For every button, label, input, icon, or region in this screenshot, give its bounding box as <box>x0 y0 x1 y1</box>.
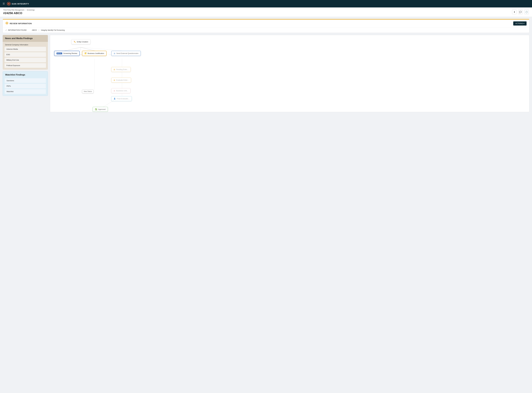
pending-ext-label: Pending Exter... <box>116 69 129 70</box>
initial-badge: INITIAL <box>56 53 62 54</box>
watchlist-label: Watchlist <box>6 90 13 93</box>
breadcrumb-part2[interactable]: Screenings <box>27 9 35 11</box>
left-panels: News and Media Findings General Company … <box>3 35 48 112</box>
watchlist-item-watchlist[interactable]: Watchlist <box>5 89 46 94</box>
info-screening-type: Integrity Identify Full Screening <box>41 29 65 31</box>
node-send-external-questionnaire[interactable]: ▦ Send External Questionnaire <box>111 51 141 56</box>
approved-label: Approved <box>98 108 106 110</box>
review-card-header: REVIEW INFORMATION ACTIONS ▾ <box>3 20 529 28</box>
grid4-icon: ▦ <box>114 90 115 92</box>
node-final-evaluation[interactable]: 👤 Final Evaluatio... <box>111 96 132 101</box>
node-evaluate-external[interactable]: ▦ Evaluate Exter... <box>111 78 131 83</box>
review-icon <box>5 22 8 25</box>
final-eval-label: Final Evaluatio... <box>117 98 129 100</box>
svg-line-7 <box>65 47 81 51</box>
entity-creation-label: Entity Creation <box>77 41 88 43</box>
news-panel-header: News and Media Findings <box>3 35 48 42</box>
info-found-label: INFORMATION FOUND <box>8 29 27 31</box>
header-left: Third Party Risk Management / Screenings… <box>3 9 35 15</box>
news-items-list: Adverse Media ESG Military End Use Polit… <box>3 47 48 70</box>
screening-review-label: Screening Review <box>63 52 77 54</box>
svg-point-4 <box>6 23 7 24</box>
watchlist-item-peps[interactable]: PEPs <box>5 84 46 88</box>
briefcase-icon: 🗂️ <box>85 52 87 54</box>
svg-line-8 <box>81 47 95 51</box>
pencil-icon: ✏️ <box>74 41 76 43</box>
new-status-label: New Status <box>84 90 92 92</box>
flow-diagram-area: ✏️ Entity Creation INITIAL Screening Rev… <box>50 35 529 112</box>
review-card-label: REVIEW INFORMATION <box>10 22 32 25</box>
logo-text: GAN INTEGRITY <box>12 3 29 5</box>
node-approved[interactable]: ✅ Approved <box>93 107 108 112</box>
history-icon: 🕐 <box>525 11 528 13</box>
news-media-panel: News and Media Findings General Company … <box>3 35 48 70</box>
pipe-separator: | <box>39 29 39 31</box>
save-icon: ⬇ <box>513 11 515 13</box>
check-circle-icon: ✅ <box>95 108 97 110</box>
news-item-esg[interactable]: ESG <box>5 52 46 57</box>
review-information-card: REVIEW INFORMATION ACTIONS ▾ ✓ INFORMATI… <box>3 19 529 33</box>
review-card-body: ✓ INFORMATION FOUND ABCO | Integrity Ide… <box>3 28 529 33</box>
adverse-media-label: Adverse Media <box>6 48 18 50</box>
svg-line-16 <box>103 100 114 107</box>
page-title: #24256 ABCO <box>3 11 35 15</box>
military-label: Military End Use <box>6 59 19 61</box>
menu-hamburger-icon[interactable]: ☰ <box>3 2 5 5</box>
news-panel-title: News and Media Findings <box>5 37 45 40</box>
actions-button[interactable]: ACTIONS ▾ <box>513 21 527 25</box>
check-icon: ✓ <box>5 29 7 31</box>
node-business-justification[interactable]: 🗂️ Business Justification <box>82 51 106 56</box>
watchlist-title: Watchlist Findings <box>5 74 45 76</box>
node-business-unit[interactable]: ▦ Business Unit... <box>111 88 130 93</box>
breadcrumb: Third Party Risk Management / Screenings <box>3 9 35 11</box>
gan-logo-icon <box>7 2 11 5</box>
logo-area: GAN INTEGRITY <box>7 2 29 5</box>
grid3-icon: ▦ <box>114 79 115 81</box>
esg-label: ESG <box>6 54 10 56</box>
save-button[interactable]: ⬇ <box>512 10 517 14</box>
sanctions-label: Sanctions <box>6 80 14 82</box>
business-just-label: Business Justification <box>88 52 104 54</box>
history-button[interactable]: 🕐 <box>524 10 529 14</box>
person-icon: 👤 <box>114 98 116 100</box>
grid2-icon: ▦ <box>114 69 115 70</box>
news-item-adverse-media[interactable]: Adverse Media <box>5 47 46 51</box>
business-unit-label: Business Unit... <box>116 90 128 92</box>
watchlist-panel: Watchlist Findings Sanctions PEPs Watchl… <box>3 71 48 96</box>
main-content: News and Media Findings General Company … <box>0 35 532 115</box>
node-screening-review[interactable]: INITIAL Screening Review <box>54 51 80 56</box>
actions-button-label: ACTIONS ▾ <box>515 22 524 25</box>
header-right: ⬇ 💬 🕐 <box>512 10 529 14</box>
header-area: Third Party Risk Management / Screenings… <box>0 7 532 17</box>
info-company: ABCO <box>32 29 37 31</box>
watchlist-header: Watchlist Findings <box>3 71 48 78</box>
grid-icon: ▦ <box>114 52 115 54</box>
node-new-status[interactable]: New Status <box>82 90 94 93</box>
svg-point-1 <box>8 3 10 4</box>
comments-button[interactable]: 💬 <box>518 10 523 14</box>
top-navigation: ☰ GAN INTEGRITY <box>0 0 532 7</box>
svg-line-9 <box>81 47 122 51</box>
peps-label: PEPs <box>6 85 11 87</box>
send-ext-q-label: Send External Questionnaire <box>116 52 139 54</box>
watchlist-items-list: Sanctions PEPs Watchlist <box>3 78 48 96</box>
breadcrumb-part1[interactable]: Third Party Risk Management <box>3 9 24 11</box>
watchlist-item-sanctions[interactable]: Sanctions <box>5 78 46 83</box>
political-label: Political Exposure <box>6 64 20 66</box>
comment-icon: 💬 <box>519 11 522 13</box>
breadcrumb-separator: / <box>25 9 26 11</box>
flow-canvas: ✏️ Entity Creation INITIAL Screening Rev… <box>50 35 529 112</box>
news-item-political[interactable]: Political Exposure <box>5 63 46 68</box>
news-item-military[interactable]: Military End Use <box>5 58 46 62</box>
evaluate-ext-label: Evaluate Exter... <box>116 79 129 81</box>
node-entity-creation[interactable]: ✏️ Entity Creation <box>71 39 90 44</box>
news-section-label: General Company Information <box>3 42 48 47</box>
node-pending-external[interactable]: ▦ Pending Exter... <box>111 67 131 72</box>
review-card-title: REVIEW INFORMATION <box>5 22 32 25</box>
